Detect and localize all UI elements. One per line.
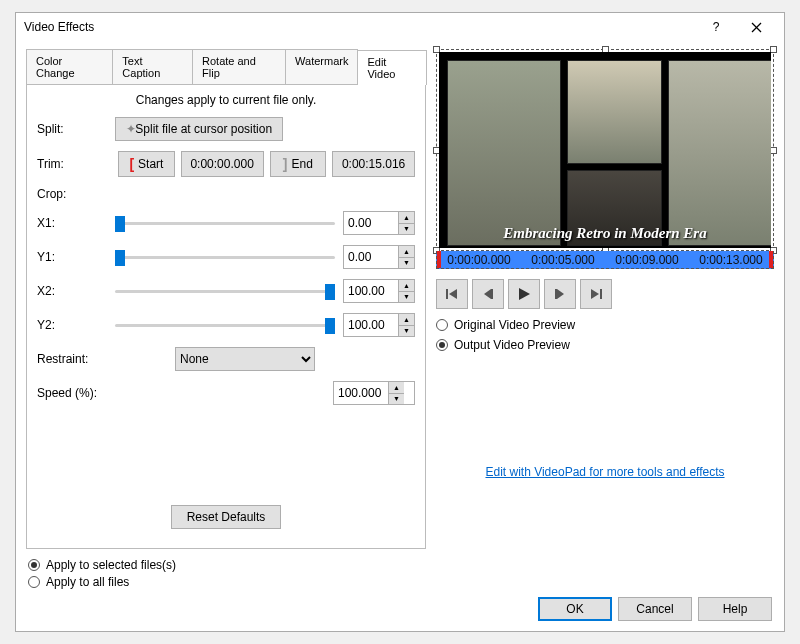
apply-selected-label: Apply to selected files(s) <box>46 558 176 572</box>
original-preview-radio[interactable]: Original Video Preview <box>436 318 774 332</box>
y2-slider[interactable] <box>115 316 335 334</box>
speed-spinbox[interactable]: ▲▼ <box>333 381 415 405</box>
svg-rect-10 <box>600 289 602 299</box>
timeline-mark: 0:00:13.000 <box>689 253 773 267</box>
x1-label: X1: <box>37 216 115 230</box>
videopad-link[interactable]: Edit with VideoPad for more tools and ef… <box>436 465 774 479</box>
tab-watermark[interactable]: Watermark <box>285 49 358 84</box>
output-preview-label: Output Video Preview <box>454 338 570 352</box>
y1-slider[interactable] <box>115 248 335 266</box>
timeline-mark: 0:00:05.000 <box>521 253 605 267</box>
svg-rect-5 <box>491 289 493 299</box>
step-forward-button[interactable] <box>544 279 576 309</box>
crop-handle[interactable] <box>770 46 777 53</box>
timeline-out-handle[interactable] <box>769 251 773 268</box>
trim-end-button[interactable]: ] End <box>270 151 327 177</box>
spin-down-icon[interactable]: ▼ <box>398 326 414 337</box>
x1-input[interactable] <box>344 212 398 234</box>
tab-rotate-flip[interactable]: Rotate and Flip <box>192 49 286 84</box>
play-button[interactable] <box>508 279 540 309</box>
edit-video-panel: Changes apply to current file only. Spli… <box>26 85 426 549</box>
trim-end-time[interactable]: 0:00:15.016 <box>332 151 415 177</box>
help-icon[interactable]: ? <box>696 15 736 39</box>
tab-edit-video[interactable]: Edit Video <box>357 50 427 85</box>
tab-strip: Color Change Text Caption Rotate and Fli… <box>26 49 426 85</box>
timeline-mark: 0:00:00.000 <box>437 253 521 267</box>
spin-up-icon[interactable]: ▲ <box>398 314 414 326</box>
spin-down-icon[interactable]: ▼ <box>398 258 414 269</box>
svg-rect-2 <box>446 289 448 299</box>
radio-icon <box>28 559 40 571</box>
cancel-button[interactable]: Cancel <box>618 597 692 621</box>
restraint-select[interactable]: None <box>175 347 315 371</box>
timeline-in-handle[interactable] <box>437 251 441 268</box>
tab-color-change[interactable]: Color Change <box>26 49 113 84</box>
y1-spinbox[interactable]: ▲▼ <box>343 245 415 269</box>
x1-slider[interactable] <box>115 214 335 232</box>
ok-button[interactable]: OK <box>538 597 612 621</box>
apply-all-label: Apply to all files <box>46 575 129 589</box>
trim-start-label: Start <box>138 157 163 171</box>
video-effects-dialog: Video Effects ? Color Change Text Captio… <box>15 12 785 632</box>
svg-marker-9 <box>591 289 599 299</box>
spin-up-icon[interactable]: ▲ <box>388 382 404 394</box>
x2-slider[interactable] <box>115 282 335 300</box>
preview-thumb <box>567 60 662 164</box>
original-preview-label: Original Video Preview <box>454 318 575 332</box>
crop-label: Crop: <box>37 187 115 201</box>
spin-up-icon[interactable]: ▲ <box>398 280 414 292</box>
go-to-end-button[interactable] <box>580 279 612 309</box>
step-back-button[interactable] <box>472 279 504 309</box>
dialog-title: Video Effects <box>24 20 696 34</box>
bracket-right-icon: ] <box>283 156 288 172</box>
svg-marker-3 <box>449 289 457 299</box>
timeline-mark: 0:00:09.000 <box>605 253 689 267</box>
spin-up-icon[interactable]: ▲ <box>398 212 414 224</box>
preview-crop-frame[interactable]: Embracing Retro in Modern Era <box>436 49 774 251</box>
help-button[interactable]: Help <box>698 597 772 621</box>
go-to-start-button[interactable] <box>436 279 468 309</box>
crop-handle[interactable] <box>770 147 777 154</box>
x2-label: X2: <box>37 284 115 298</box>
bracket-left-icon: [ <box>129 156 134 172</box>
split-icon: ✦ <box>126 122 135 136</box>
radio-icon <box>436 339 448 351</box>
close-icon[interactable] <box>736 15 776 39</box>
trim-end-label: End <box>292 157 313 171</box>
split-at-cursor-button[interactable]: ✦ Split file at cursor position <box>115 117 283 141</box>
spin-down-icon[interactable]: ▼ <box>398 292 414 303</box>
trim-label: Trim: <box>37 157 112 171</box>
y2-input[interactable] <box>344 314 398 336</box>
apply-all-radio[interactable]: Apply to all files <box>28 575 772 589</box>
speed-input[interactable] <box>334 382 388 404</box>
split-label: Split: <box>37 122 115 136</box>
y2-spinbox[interactable]: ▲▼ <box>343 313 415 337</box>
radio-icon <box>28 576 40 588</box>
x2-input[interactable] <box>344 280 398 302</box>
panel-note: Changes apply to current file only. <box>37 93 415 107</box>
titlebar: Video Effects ? <box>16 13 784 41</box>
spin-down-icon[interactable]: ▼ <box>388 394 404 405</box>
output-preview-radio[interactable]: Output Video Preview <box>436 338 774 352</box>
reset-defaults-button[interactable]: Reset Defaults <box>171 505 281 529</box>
spin-up-icon[interactable]: ▲ <box>398 246 414 258</box>
preview-caption: Embracing Retro in Modern Era <box>439 225 771 242</box>
split-button-label: Split file at cursor position <box>135 122 272 136</box>
trim-start-button[interactable]: [ Start <box>118 151 175 177</box>
y1-label: Y1: <box>37 250 115 264</box>
apply-selected-radio[interactable]: Apply to selected files(s) <box>28 558 772 572</box>
timeline[interactable]: 0:00:00.000 0:00:05.000 0:00:09.000 0:00… <box>436 251 774 269</box>
restraint-label: Restraint: <box>37 352 175 366</box>
y2-label: Y2: <box>37 318 115 332</box>
radio-icon <box>436 319 448 331</box>
spin-down-icon[interactable]: ▼ <box>398 224 414 235</box>
trim-start-time[interactable]: 0:00:00.000 <box>181 151 264 177</box>
tab-text-caption[interactable]: Text Caption <box>112 49 193 84</box>
svg-marker-6 <box>519 288 530 300</box>
x2-spinbox[interactable]: ▲▼ <box>343 279 415 303</box>
svg-marker-4 <box>484 289 491 299</box>
video-preview: Embracing Retro in Modern Era <box>439 52 771 248</box>
y1-input[interactable] <box>344 246 398 268</box>
preview-thumb <box>447 60 561 246</box>
x1-spinbox[interactable]: ▲▼ <box>343 211 415 235</box>
